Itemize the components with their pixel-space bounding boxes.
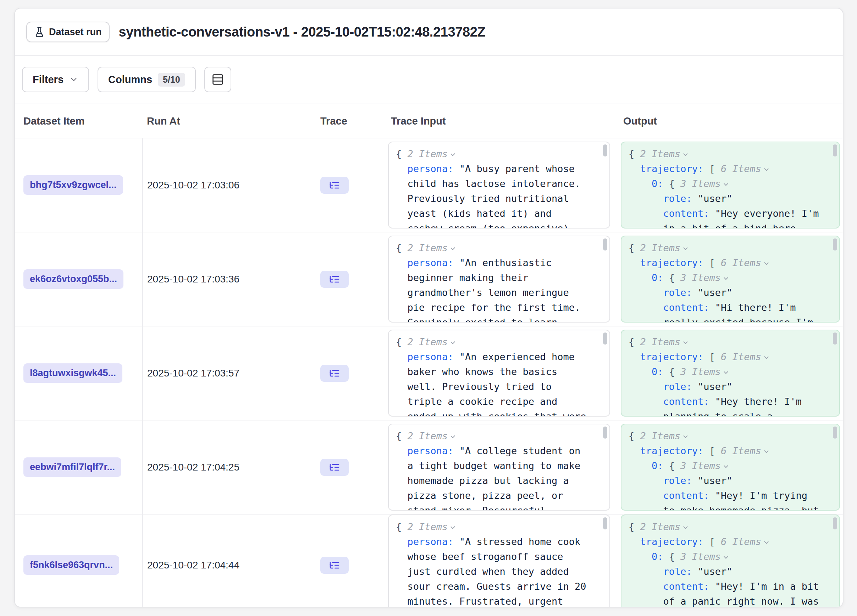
trace-button[interactable] <box>320 365 349 382</box>
scrollbar-thumb[interactable] <box>833 238 837 251</box>
json-key: role: <box>663 287 692 298</box>
trace-tree-icon <box>329 368 340 379</box>
output-json[interactable]: { 2 Items trajectory: [ 6 Items 0: { 3 I… <box>621 514 840 607</box>
json-bracket: [ <box>709 163 715 174</box>
collapse-toggle[interactable]: 2 Items <box>408 336 455 347</box>
json-key: 0: <box>651 366 663 377</box>
json-key: trajectory: <box>640 257 704 268</box>
row-height-button[interactable] <box>204 67 231 92</box>
collapse-toggle[interactable]: 2 Items <box>640 148 687 159</box>
filters-button[interactable]: Filters <box>22 67 89 92</box>
column-header-output: Output <box>618 104 843 138</box>
trace-button[interactable] <box>320 459 349 476</box>
collapse-toggle[interactable]: 3 Items <box>681 460 727 471</box>
trace-button[interactable] <box>320 177 349 194</box>
table-body: bhg7t5xv9zgwcel... 2025-10-02 17:03:06 { <box>15 138 843 607</box>
run-at-cell: 2025-10-02 17:04:25 <box>142 420 308 514</box>
scrollbar-thumb[interactable] <box>833 427 837 439</box>
collapse-toggle[interactable]: 6 Items <box>721 445 768 456</box>
dataset-item-pill[interactable]: l8agtuwxisgwk45... <box>23 363 122 383</box>
collapse-toggle[interactable]: 6 Items <box>721 351 768 362</box>
trace-cell <box>308 420 380 514</box>
chevron-down-icon <box>683 340 688 344</box>
json-value: "user" <box>698 287 733 298</box>
trace-input-json[interactable]: { 2 Items persona: "A stressed home cook… <box>388 514 610 607</box>
json-brace: { <box>669 272 674 283</box>
json-brace: { <box>396 430 402 441</box>
output-json[interactable]: { 2 Items trajectory: [ 6 Items 0: { 3 I… <box>621 235 840 322</box>
scrollbar-thumb[interactable] <box>833 517 837 529</box>
scrollbar-thumb[interactable] <box>603 427 607 439</box>
run-at-cell: 2025-10-02 17:03:06 <box>142 138 308 232</box>
json-key: content: <box>663 490 709 501</box>
dataset-run-badge: Dataset run <box>26 22 110 42</box>
scrollbar-thumb[interactable] <box>833 333 837 345</box>
scrollbar-thumb[interactable] <box>833 144 837 156</box>
json-key: role: <box>663 475 692 486</box>
collapse-toggle[interactable]: 2 Items <box>408 148 455 159</box>
table-row: bhg7t5xv9zgwcel... 2025-10-02 17:03:06 { <box>15 138 843 232</box>
chevron-down-icon <box>683 152 688 156</box>
collapse-toggle[interactable]: 2 Items <box>640 521 687 532</box>
trace-button[interactable] <box>320 271 349 288</box>
json-value: "user" <box>698 381 733 392</box>
scrollbar-thumb[interactable] <box>603 517 607 529</box>
collapse-toggle[interactable]: 2 Items <box>640 242 687 253</box>
table-header-row: Dataset Item Run At Trace Trace Input Ou… <box>15 104 843 138</box>
output-json[interactable]: { 2 Items trajectory: [ 6 Items 0: { 3 I… <box>621 330 840 416</box>
json-key: content: <box>663 581 709 592</box>
json-key: 0: <box>651 178 663 189</box>
trace-input-json[interactable]: { 2 Items persona: "A busy parent whose … <box>388 142 610 229</box>
collapse-toggle[interactable]: 2 Items <box>408 242 455 253</box>
scrollbar-thumb[interactable] <box>603 238 607 251</box>
dataset-item-pill[interactable]: eebwi7mfil7lqlf7r... <box>23 457 121 477</box>
trace-input-cell: { 2 Items persona: "A stressed home cook… <box>380 514 618 607</box>
trace-tree-icon <box>329 274 340 285</box>
collapse-toggle[interactable]: 2 Items <box>640 336 687 347</box>
column-header-dataset-item: Dataset Item <box>15 104 142 138</box>
trace-input-json[interactable]: { 2 Items persona: "A college student on… <box>388 424 610 511</box>
json-brace: { <box>669 460 674 471</box>
output-cell: { 2 Items trajectory: [ 6 Items 0: { 3 I… <box>618 138 843 232</box>
dataset-item-pill[interactable]: f5nk6lse963qrvn... <box>23 555 119 575</box>
table-row: l8agtuwxisgwk45... 2025-10-02 17:03:57 { <box>15 326 843 420</box>
json-key: content: <box>663 208 709 219</box>
chevron-down-icon <box>764 539 769 544</box>
output-cell: { 2 Items trajectory: [ 6 Items 0: { 3 I… <box>618 420 843 514</box>
json-bracket: [ <box>709 445 715 456</box>
json-value: "user" <box>698 475 733 486</box>
flask-icon <box>34 26 45 37</box>
collapse-toggle[interactable]: 3 Items <box>681 366 727 377</box>
scrollbar-thumb[interactable] <box>603 333 607 345</box>
json-key: trajectory: <box>640 351 704 362</box>
run-at-text: 2025-10-02 17:03:57 <box>147 368 240 379</box>
output-json[interactable]: { 2 Items trajectory: [ 6 Items 0: { 3 I… <box>621 424 840 511</box>
collapse-toggle[interactable]: 6 Items <box>721 257 768 268</box>
collapse-toggle[interactable]: 6 Items <box>721 163 768 174</box>
chevron-down-icon <box>764 166 769 171</box>
trace-tree-icon <box>329 462 340 473</box>
chevron-down-icon <box>69 75 78 84</box>
collapse-toggle[interactable]: 3 Items <box>681 178 727 189</box>
columns-button[interactable]: Columns 5/10 <box>97 67 196 92</box>
collapse-toggle[interactable]: 6 Items <box>721 536 768 547</box>
dataset-item-pill[interactable]: bhg7t5xv9zgwcel... <box>23 175 123 195</box>
filters-button-label: Filters <box>32 74 63 85</box>
dataset-item-cell: f5nk6lse963qrvn... <box>15 514 142 607</box>
collapse-toggle[interactable]: 2 Items <box>408 521 455 532</box>
dataset-item-pill[interactable]: ek6oz6vtoxg055b... <box>23 269 124 289</box>
collapse-toggle[interactable]: 3 Items <box>681 551 727 562</box>
collapse-toggle[interactable]: 3 Items <box>681 272 727 283</box>
json-bracket: [ <box>709 536 715 547</box>
output-json[interactable]: { 2 Items trajectory: [ 6 Items 0: { 3 I… <box>621 142 840 229</box>
json-key: content: <box>663 302 709 313</box>
card-header: Dataset run synthetic-conversations-v1 -… <box>15 9 843 56</box>
collapse-toggle[interactable]: 2 Items <box>640 430 687 441</box>
run-at-text: 2025-10-02 17:04:25 <box>147 462 240 473</box>
scrollbar-thumb[interactable] <box>603 144 607 156</box>
dataset-run-badge-label: Dataset run <box>49 26 102 38</box>
trace-button[interactable] <box>320 557 349 574</box>
collapse-toggle[interactable]: 2 Items <box>408 430 455 441</box>
trace-input-json[interactable]: { 2 Items persona: "An enthusiastic begi… <box>388 235 610 322</box>
trace-input-json[interactable]: { 2 Items persona: "An experienced home … <box>388 330 610 416</box>
